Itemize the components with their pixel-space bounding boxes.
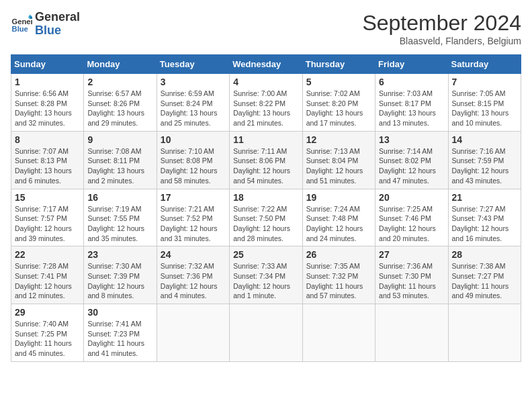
calendar-cell: 10Sunrise: 7:10 AMSunset: 8:08 PMDayligh… bbox=[157, 131, 229, 189]
day-info: Sunrise: 7:40 AMSunset: 7:25 PMDaylight:… bbox=[15, 319, 80, 359]
day-number: 21 bbox=[452, 192, 517, 203]
calendar-cell: 11Sunrise: 7:11 AMSunset: 8:06 PMDayligh… bbox=[230, 131, 302, 189]
svg-text:Blue: Blue bbox=[12, 25, 28, 33]
calendar-cell: 28Sunrise: 7:38 AMSunset: 7:27 PMDayligh… bbox=[448, 246, 521, 304]
day-number: 6 bbox=[379, 77, 444, 87]
calendar-cell: 24Sunrise: 7:32 AMSunset: 7:36 PMDayligh… bbox=[157, 246, 229, 304]
day-info: Sunrise: 7:08 AMSunset: 8:11 PMDaylight:… bbox=[87, 146, 152, 186]
calendar-cell bbox=[375, 304, 448, 362]
calendar-cell: 8Sunrise: 7:07 AMSunset: 8:13 PMDaylight… bbox=[11, 131, 84, 189]
day-info: Sunrise: 7:28 AMSunset: 7:41 PMDaylight:… bbox=[15, 261, 80, 301]
day-info: Sunrise: 7:32 AMSunset: 7:36 PMDaylight:… bbox=[161, 261, 226, 301]
calendar-week-2: 8Sunrise: 7:07 AMSunset: 8:13 PMDaylight… bbox=[11, 131, 521, 189]
calendar-cell: 2Sunrise: 6:57 AMSunset: 8:26 PMDaylight… bbox=[84, 74, 157, 132]
weekday-header-sunday: Sunday bbox=[11, 55, 84, 74]
day-number: 4 bbox=[233, 77, 298, 87]
weekday-header-monday: Monday bbox=[84, 55, 157, 74]
day-number: 12 bbox=[306, 134, 371, 145]
weekday-header-saturday: Saturday bbox=[448, 55, 521, 74]
day-info: Sunrise: 7:13 AMSunset: 8:04 PMDaylight:… bbox=[306, 146, 371, 186]
calendar-cell: 5Sunrise: 7:02 AMSunset: 8:20 PMDaylight… bbox=[302, 74, 375, 132]
day-number: 14 bbox=[452, 134, 517, 145]
calendar-cell: 29Sunrise: 7:40 AMSunset: 7:25 PMDayligh… bbox=[11, 304, 84, 362]
calendar-cell: 20Sunrise: 7:25 AMSunset: 7:46 PMDayligh… bbox=[375, 189, 448, 246]
day-number: 17 bbox=[161, 192, 226, 203]
calendar-cell: 26Sunrise: 7:35 AMSunset: 7:32 PMDayligh… bbox=[302, 246, 375, 304]
calendar-cell: 16Sunrise: 7:19 AMSunset: 7:55 PMDayligh… bbox=[84, 189, 157, 246]
day-number: 16 bbox=[87, 192, 152, 203]
day-number: 1 bbox=[15, 77, 80, 87]
weekday-header-thursday: Thursday bbox=[302, 55, 375, 74]
day-info: Sunrise: 7:03 AMSunset: 8:17 PMDaylight:… bbox=[379, 89, 444, 128]
day-number: 28 bbox=[452, 249, 517, 260]
day-info: Sunrise: 7:05 AMSunset: 8:15 PMDaylight:… bbox=[452, 89, 517, 128]
day-number: 26 bbox=[306, 249, 371, 260]
calendar-cell: 14Sunrise: 7:16 AMSunset: 7:59 PMDayligh… bbox=[448, 131, 521, 189]
day-info: Sunrise: 7:33 AMSunset: 7:34 PMDaylight:… bbox=[233, 261, 298, 301]
day-number: 29 bbox=[15, 307, 80, 318]
day-info: Sunrise: 7:25 AMSunset: 7:46 PMDaylight:… bbox=[379, 204, 444, 244]
day-number: 24 bbox=[161, 249, 226, 260]
logo-text: General Blue bbox=[35, 11, 80, 38]
title-section: September 2024 Blaasveld, Flanders, Belg… bbox=[362, 11, 521, 46]
calendar-cell: 21Sunrise: 7:27 AMSunset: 7:43 PMDayligh… bbox=[448, 189, 521, 246]
day-info: Sunrise: 7:17 AMSunset: 7:57 PMDaylight:… bbox=[15, 204, 80, 244]
calendar-week-4: 22Sunrise: 7:28 AMSunset: 7:41 PMDayligh… bbox=[11, 246, 521, 304]
day-number: 23 bbox=[87, 249, 152, 260]
weekday-header-tuesday: Tuesday bbox=[157, 55, 229, 74]
calendar-cell: 4Sunrise: 7:00 AMSunset: 8:22 PMDaylight… bbox=[230, 74, 302, 132]
day-info: Sunrise: 7:21 AMSunset: 7:52 PMDaylight:… bbox=[161, 204, 226, 244]
calendar-week-3: 15Sunrise: 7:17 AMSunset: 7:57 PMDayligh… bbox=[11, 189, 521, 246]
day-info: Sunrise: 7:35 AMSunset: 7:32 PMDaylight:… bbox=[306, 261, 371, 301]
day-number: 11 bbox=[233, 134, 298, 145]
day-number: 18 bbox=[233, 192, 298, 203]
day-info: Sunrise: 7:14 AMSunset: 8:02 PMDaylight:… bbox=[379, 146, 444, 186]
calendar-cell: 9Sunrise: 7:08 AMSunset: 8:11 PMDaylight… bbox=[84, 131, 157, 189]
day-number: 13 bbox=[379, 134, 444, 145]
day-info: Sunrise: 7:16 AMSunset: 7:59 PMDaylight:… bbox=[452, 146, 517, 186]
calendar-cell: 3Sunrise: 6:59 AMSunset: 8:24 PMDaylight… bbox=[157, 74, 229, 132]
calendar-week-5: 29Sunrise: 7:40 AMSunset: 7:25 PMDayligh… bbox=[11, 304, 521, 362]
calendar-header-row: SundayMondayTuesdayWednesdayThursdayFrid… bbox=[11, 55, 521, 74]
calendar-cell bbox=[302, 304, 375, 362]
calendar-cell: 19Sunrise: 7:24 AMSunset: 7:48 PMDayligh… bbox=[302, 189, 375, 246]
day-number: 22 bbox=[15, 249, 80, 260]
day-number: 27 bbox=[379, 249, 444, 260]
day-info: Sunrise: 7:30 AMSunset: 7:39 PMDaylight:… bbox=[87, 261, 152, 301]
day-number: 2 bbox=[87, 77, 152, 87]
calendar-cell: 30Sunrise: 7:41 AMSunset: 7:23 PMDayligh… bbox=[84, 304, 157, 362]
calendar-table: SundayMondayTuesdayWednesdayThursdayFrid… bbox=[11, 54, 521, 362]
calendar-cell: 13Sunrise: 7:14 AMSunset: 8:02 PMDayligh… bbox=[375, 131, 448, 189]
month-title: September 2024 bbox=[362, 11, 521, 36]
location-subtitle: Blaasveld, Flanders, Belgium bbox=[362, 36, 521, 46]
calendar-cell: 6Sunrise: 7:03 AMSunset: 8:17 PMDaylight… bbox=[375, 74, 448, 132]
day-number: 30 bbox=[87, 307, 152, 318]
calendar-cell: 22Sunrise: 7:28 AMSunset: 7:41 PMDayligh… bbox=[11, 246, 84, 304]
calendar-cell: 17Sunrise: 7:21 AMSunset: 7:52 PMDayligh… bbox=[157, 189, 229, 246]
day-info: Sunrise: 7:11 AMSunset: 8:06 PMDaylight:… bbox=[233, 146, 298, 186]
calendar-cell: 15Sunrise: 7:17 AMSunset: 7:57 PMDayligh… bbox=[11, 189, 84, 246]
calendar-cell: 25Sunrise: 7:33 AMSunset: 7:34 PMDayligh… bbox=[230, 246, 302, 304]
day-info: Sunrise: 7:38 AMSunset: 7:27 PMDaylight:… bbox=[452, 261, 517, 301]
day-info: Sunrise: 7:00 AMSunset: 8:22 PMDaylight:… bbox=[233, 89, 298, 128]
day-info: Sunrise: 7:02 AMSunset: 8:20 PMDaylight:… bbox=[306, 89, 371, 128]
day-number: 7 bbox=[452, 77, 517, 87]
calendar-body: 1Sunrise: 6:56 AMSunset: 8:28 PMDaylight… bbox=[11, 74, 521, 362]
calendar-cell: 23Sunrise: 7:30 AMSunset: 7:39 PMDayligh… bbox=[84, 246, 157, 304]
day-number: 5 bbox=[306, 77, 371, 87]
day-info: Sunrise: 7:36 AMSunset: 7:30 PMDaylight:… bbox=[379, 261, 444, 301]
day-info: Sunrise: 7:07 AMSunset: 8:13 PMDaylight:… bbox=[15, 146, 80, 186]
day-info: Sunrise: 6:56 AMSunset: 8:28 PMDaylight:… bbox=[15, 89, 80, 128]
day-info: Sunrise: 6:57 AMSunset: 8:26 PMDaylight:… bbox=[87, 89, 152, 128]
calendar-cell bbox=[448, 304, 521, 362]
calendar-cell bbox=[157, 304, 229, 362]
logo-icon: General Blue bbox=[11, 13, 32, 35]
weekday-header-friday: Friday bbox=[375, 55, 448, 74]
weekday-header-wednesday: Wednesday bbox=[230, 55, 302, 74]
day-number: 3 bbox=[161, 77, 226, 87]
day-number: 20 bbox=[379, 192, 444, 203]
day-number: 9 bbox=[87, 134, 152, 145]
calendar-cell: 12Sunrise: 7:13 AMSunset: 8:04 PMDayligh… bbox=[302, 131, 375, 189]
day-info: Sunrise: 7:19 AMSunset: 7:55 PMDaylight:… bbox=[87, 204, 152, 244]
day-info: Sunrise: 7:10 AMSunset: 8:08 PMDaylight:… bbox=[161, 146, 226, 186]
